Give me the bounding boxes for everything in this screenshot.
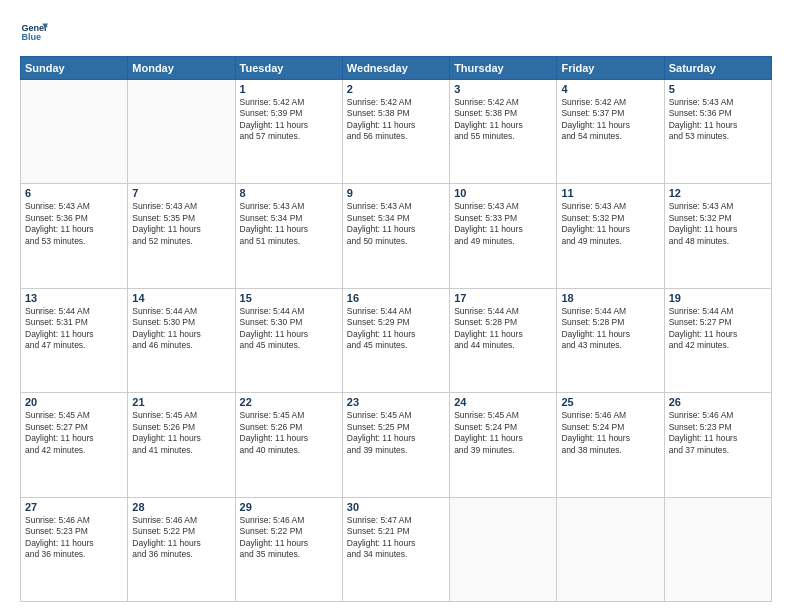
calendar-cell (128, 80, 235, 184)
day-number: 11 (561, 187, 659, 199)
svg-text:Blue: Blue (21, 32, 41, 42)
cell-details: Sunrise: 5:44 AM Sunset: 5:28 PM Dayligh… (561, 306, 659, 352)
calendar-cell: 16Sunrise: 5:44 AM Sunset: 5:29 PM Dayli… (342, 288, 449, 392)
cell-details: Sunrise: 5:43 AM Sunset: 5:35 PM Dayligh… (132, 201, 230, 247)
logo-icon: General Blue (20, 18, 48, 46)
calendar-cell: 4Sunrise: 5:42 AM Sunset: 5:37 PM Daylig… (557, 80, 664, 184)
cell-details: Sunrise: 5:44 AM Sunset: 5:30 PM Dayligh… (240, 306, 338, 352)
cell-details: Sunrise: 5:43 AM Sunset: 5:36 PM Dayligh… (25, 201, 123, 247)
cell-details: Sunrise: 5:46 AM Sunset: 5:22 PM Dayligh… (240, 515, 338, 561)
calendar-cell: 2Sunrise: 5:42 AM Sunset: 5:38 PM Daylig… (342, 80, 449, 184)
calendar-cell: 28Sunrise: 5:46 AM Sunset: 5:22 PM Dayli… (128, 497, 235, 601)
day-number: 1 (240, 83, 338, 95)
day-number: 18 (561, 292, 659, 304)
cell-details: Sunrise: 5:42 AM Sunset: 5:39 PM Dayligh… (240, 97, 338, 143)
calendar-cell: 17Sunrise: 5:44 AM Sunset: 5:28 PM Dayli… (450, 288, 557, 392)
day-number: 12 (669, 187, 767, 199)
cell-details: Sunrise: 5:44 AM Sunset: 5:29 PM Dayligh… (347, 306, 445, 352)
calendar-cell: 18Sunrise: 5:44 AM Sunset: 5:28 PM Dayli… (557, 288, 664, 392)
page: General Blue SundayMondayTuesdayWednesda… (0, 0, 792, 612)
calendar-cell: 25Sunrise: 5:46 AM Sunset: 5:24 PM Dayli… (557, 393, 664, 497)
cell-details: Sunrise: 5:43 AM Sunset: 5:36 PM Dayligh… (669, 97, 767, 143)
day-number: 30 (347, 501, 445, 513)
cell-details: Sunrise: 5:46 AM Sunset: 5:24 PM Dayligh… (561, 410, 659, 456)
day-number: 13 (25, 292, 123, 304)
day-number: 6 (25, 187, 123, 199)
day-number: 17 (454, 292, 552, 304)
calendar-table: SundayMondayTuesdayWednesdayThursdayFrid… (20, 56, 772, 602)
cell-details: Sunrise: 5:43 AM Sunset: 5:33 PM Dayligh… (454, 201, 552, 247)
calendar-cell: 6Sunrise: 5:43 AM Sunset: 5:36 PM Daylig… (21, 184, 128, 288)
calendar-cell: 3Sunrise: 5:42 AM Sunset: 5:38 PM Daylig… (450, 80, 557, 184)
day-number: 8 (240, 187, 338, 199)
cell-details: Sunrise: 5:42 AM Sunset: 5:37 PM Dayligh… (561, 97, 659, 143)
cell-details: Sunrise: 5:46 AM Sunset: 5:23 PM Dayligh… (25, 515, 123, 561)
cell-details: Sunrise: 5:43 AM Sunset: 5:32 PM Dayligh… (561, 201, 659, 247)
cell-details: Sunrise: 5:44 AM Sunset: 5:30 PM Dayligh… (132, 306, 230, 352)
day-number: 14 (132, 292, 230, 304)
day-number: 10 (454, 187, 552, 199)
day-number: 16 (347, 292, 445, 304)
calendar-cell: 14Sunrise: 5:44 AM Sunset: 5:30 PM Dayli… (128, 288, 235, 392)
day-number: 21 (132, 396, 230, 408)
calendar-row-4: 27Sunrise: 5:46 AM Sunset: 5:23 PM Dayli… (21, 497, 772, 601)
calendar-cell: 27Sunrise: 5:46 AM Sunset: 5:23 PM Dayli… (21, 497, 128, 601)
calendar-cell: 23Sunrise: 5:45 AM Sunset: 5:25 PM Dayli… (342, 393, 449, 497)
calendar-row-2: 13Sunrise: 5:44 AM Sunset: 5:31 PM Dayli… (21, 288, 772, 392)
calendar-cell: 1Sunrise: 5:42 AM Sunset: 5:39 PM Daylig… (235, 80, 342, 184)
cell-details: Sunrise: 5:46 AM Sunset: 5:23 PM Dayligh… (669, 410, 767, 456)
calendar-cell: 24Sunrise: 5:45 AM Sunset: 5:24 PM Dayli… (450, 393, 557, 497)
calendar-row-1: 6Sunrise: 5:43 AM Sunset: 5:36 PM Daylig… (21, 184, 772, 288)
calendar-cell: 29Sunrise: 5:46 AM Sunset: 5:22 PM Dayli… (235, 497, 342, 601)
calendar-cell: 7Sunrise: 5:43 AM Sunset: 5:35 PM Daylig… (128, 184, 235, 288)
calendar-row-3: 20Sunrise: 5:45 AM Sunset: 5:27 PM Dayli… (21, 393, 772, 497)
calendar-cell: 9Sunrise: 5:43 AM Sunset: 5:34 PM Daylig… (342, 184, 449, 288)
day-number: 28 (132, 501, 230, 513)
cell-details: Sunrise: 5:44 AM Sunset: 5:27 PM Dayligh… (669, 306, 767, 352)
calendar-cell: 13Sunrise: 5:44 AM Sunset: 5:31 PM Dayli… (21, 288, 128, 392)
calendar-cell: 19Sunrise: 5:44 AM Sunset: 5:27 PM Dayli… (664, 288, 771, 392)
day-number: 23 (347, 396, 445, 408)
header: General Blue (20, 18, 772, 46)
day-number: 20 (25, 396, 123, 408)
calendar-cell: 5Sunrise: 5:43 AM Sunset: 5:36 PM Daylig… (664, 80, 771, 184)
calendar-cell: 20Sunrise: 5:45 AM Sunset: 5:27 PM Dayli… (21, 393, 128, 497)
cell-details: Sunrise: 5:44 AM Sunset: 5:31 PM Dayligh… (25, 306, 123, 352)
cell-details: Sunrise: 5:45 AM Sunset: 5:24 PM Dayligh… (454, 410, 552, 456)
day-number: 9 (347, 187, 445, 199)
day-number: 27 (25, 501, 123, 513)
calendar-cell: 8Sunrise: 5:43 AM Sunset: 5:34 PM Daylig… (235, 184, 342, 288)
day-number: 29 (240, 501, 338, 513)
calendar-cell: 21Sunrise: 5:45 AM Sunset: 5:26 PM Dayli… (128, 393, 235, 497)
cell-details: Sunrise: 5:42 AM Sunset: 5:38 PM Dayligh… (347, 97, 445, 143)
day-number: 25 (561, 396, 659, 408)
cell-details: Sunrise: 5:45 AM Sunset: 5:27 PM Dayligh… (25, 410, 123, 456)
day-number: 7 (132, 187, 230, 199)
weekday-header-thursday: Thursday (450, 57, 557, 80)
calendar-cell: 26Sunrise: 5:46 AM Sunset: 5:23 PM Dayli… (664, 393, 771, 497)
day-number: 19 (669, 292, 767, 304)
calendar-cell (21, 80, 128, 184)
day-number: 5 (669, 83, 767, 95)
calendar-cell: 10Sunrise: 5:43 AM Sunset: 5:33 PM Dayli… (450, 184, 557, 288)
weekday-header-tuesday: Tuesday (235, 57, 342, 80)
cell-details: Sunrise: 5:43 AM Sunset: 5:34 PM Dayligh… (347, 201, 445, 247)
calendar-cell: 30Sunrise: 5:47 AM Sunset: 5:21 PM Dayli… (342, 497, 449, 601)
calendar-cell (664, 497, 771, 601)
calendar-cell (557, 497, 664, 601)
day-number: 26 (669, 396, 767, 408)
weekday-header-wednesday: Wednesday (342, 57, 449, 80)
calendar-cell: 15Sunrise: 5:44 AM Sunset: 5:30 PM Dayli… (235, 288, 342, 392)
calendar-cell: 22Sunrise: 5:45 AM Sunset: 5:26 PM Dayli… (235, 393, 342, 497)
day-number: 2 (347, 83, 445, 95)
cell-details: Sunrise: 5:42 AM Sunset: 5:38 PM Dayligh… (454, 97, 552, 143)
weekday-header-friday: Friday (557, 57, 664, 80)
cell-details: Sunrise: 5:46 AM Sunset: 5:22 PM Dayligh… (132, 515, 230, 561)
cell-details: Sunrise: 5:45 AM Sunset: 5:26 PM Dayligh… (240, 410, 338, 456)
cell-details: Sunrise: 5:45 AM Sunset: 5:26 PM Dayligh… (132, 410, 230, 456)
day-number: 15 (240, 292, 338, 304)
calendar-cell: 11Sunrise: 5:43 AM Sunset: 5:32 PM Dayli… (557, 184, 664, 288)
cell-details: Sunrise: 5:47 AM Sunset: 5:21 PM Dayligh… (347, 515, 445, 561)
day-number: 3 (454, 83, 552, 95)
cell-details: Sunrise: 5:44 AM Sunset: 5:28 PM Dayligh… (454, 306, 552, 352)
